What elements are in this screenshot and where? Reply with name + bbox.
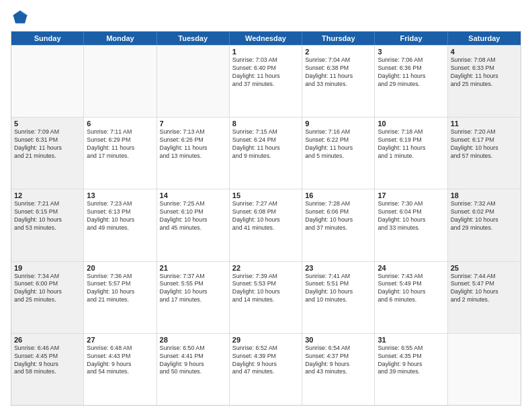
cell-info: Sunrise: 7:16 AM Sunset: 6:22 PM Dayligh… (305, 128, 371, 161)
cell-info: Sunrise: 7:04 AM Sunset: 6:38 PM Dayligh… (305, 56, 371, 89)
calendar-cell: 21Sunrise: 7:37 AM Sunset: 5:55 PM Dayli… (157, 262, 230, 333)
header (11, 8, 521, 27)
day-number: 6 (87, 120, 153, 128)
calendar-row: 19Sunrise: 7:34 AM Sunset: 6:00 PM Dayli… (11, 261, 521, 333)
day-number: 15 (232, 191, 299, 199)
calendar-cell: 8Sunrise: 7:15 AM Sunset: 6:24 PM Daylig… (230, 118, 302, 189)
weekday-header: Friday (375, 32, 447, 45)
day-number: 9 (305, 120, 371, 128)
cell-info: Sunrise: 7:34 AM Sunset: 6:00 PM Dayligh… (14, 273, 81, 305)
calendar-row: 26Sunrise: 6:46 AM Sunset: 4:45 PM Dayli… (11, 333, 521, 405)
cell-info: Sunrise: 6:52 AM Sunset: 4:39 PM Dayligh… (232, 345, 299, 377)
calendar-cell: 7Sunrise: 7:13 AM Sunset: 6:26 PM Daylig… (157, 118, 230, 189)
calendar-cell (84, 46, 157, 117)
cell-info: Sunrise: 6:50 AM Sunset: 4:41 PM Dayligh… (160, 345, 226, 377)
calendar-cell: 22Sunrise: 7:39 AM Sunset: 5:53 PM Dayli… (230, 262, 302, 333)
calendar-row: 12Sunrise: 7:21 AM Sunset: 6:15 PM Dayli… (11, 189, 521, 261)
calendar-cell: 28Sunrise: 6:50 AM Sunset: 4:41 PM Dayli… (157, 334, 230, 405)
cell-info: Sunrise: 7:27 AM Sunset: 6:08 PM Dayligh… (232, 200, 299, 232)
calendar-cell: 9Sunrise: 7:16 AM Sunset: 6:22 PM Daylig… (302, 118, 375, 189)
cell-info: Sunrise: 7:36 AM Sunset: 5:57 PM Dayligh… (87, 273, 153, 305)
day-number: 3 (378, 48, 444, 56)
calendar-cell: 2Sunrise: 7:04 AM Sunset: 6:38 PM Daylig… (302, 46, 375, 117)
day-number: 22 (232, 264, 299, 272)
calendar: SundayMondayTuesdayWednesdayThursdayFrid… (11, 31, 521, 406)
day-number: 14 (160, 191, 226, 199)
cell-info: Sunrise: 7:25 AM Sunset: 6:10 PM Dayligh… (160, 200, 226, 232)
svg-marker-0 (13, 11, 28, 24)
calendar-cell: 20Sunrise: 7:36 AM Sunset: 5:57 PM Dayli… (84, 262, 157, 333)
cell-info: Sunrise: 7:23 AM Sunset: 6:13 PM Dayligh… (87, 200, 153, 232)
day-number: 23 (305, 264, 371, 272)
calendar-cell: 10Sunrise: 7:18 AM Sunset: 6:19 PM Dayli… (375, 118, 447, 189)
cell-info: Sunrise: 7:44 AM Sunset: 5:47 PM Dayligh… (451, 273, 518, 305)
calendar-cell: 23Sunrise: 7:41 AM Sunset: 5:51 PM Dayli… (302, 262, 375, 333)
day-number: 24 (378, 264, 444, 272)
day-number: 25 (451, 264, 518, 272)
weekday-header: Sunday (11, 32, 84, 45)
calendar-header: SundayMondayTuesdayWednesdayThursdayFrid… (11, 32, 521, 45)
cell-info: Sunrise: 7:39 AM Sunset: 5:53 PM Dayligh… (232, 273, 299, 305)
calendar-cell: 27Sunrise: 6:48 AM Sunset: 4:43 PM Dayli… (84, 334, 157, 405)
cell-info: Sunrise: 6:46 AM Sunset: 4:45 PM Dayligh… (14, 345, 81, 377)
calendar-cell: 4Sunrise: 7:08 AM Sunset: 6:33 PM Daylig… (448, 46, 521, 117)
day-number: 19 (14, 264, 81, 272)
cell-info: Sunrise: 6:55 AM Sunset: 4:35 PM Dayligh… (378, 345, 444, 377)
cell-info: Sunrise: 7:20 AM Sunset: 6:17 PM Dayligh… (451, 128, 518, 161)
calendar-cell: 30Sunrise: 6:54 AM Sunset: 4:37 PM Dayli… (302, 334, 375, 405)
cell-info: Sunrise: 7:37 AM Sunset: 5:55 PM Dayligh… (160, 273, 226, 305)
weekday-header: Tuesday (157, 32, 230, 45)
day-number: 21 (160, 264, 226, 272)
cell-info: Sunrise: 6:54 AM Sunset: 4:37 PM Dayligh… (305, 345, 371, 377)
day-number: 4 (451, 48, 518, 56)
calendar-cell: 3Sunrise: 7:06 AM Sunset: 6:36 PM Daylig… (375, 46, 447, 117)
day-number: 11 (451, 120, 518, 128)
calendar-cell: 19Sunrise: 7:34 AM Sunset: 6:00 PM Dayli… (11, 262, 84, 333)
calendar-cell: 16Sunrise: 7:28 AM Sunset: 6:06 PM Dayli… (302, 189, 375, 261)
day-number: 18 (451, 191, 518, 199)
calendar-cell: 11Sunrise: 7:20 AM Sunset: 6:17 PM Dayli… (448, 118, 521, 189)
day-number: 8 (232, 120, 299, 128)
calendar-cell: 1Sunrise: 7:03 AM Sunset: 6:40 PM Daylig… (230, 46, 302, 117)
calendar-cell: 29Sunrise: 6:52 AM Sunset: 4:39 PM Dayli… (230, 334, 302, 405)
day-number: 1 (232, 48, 299, 56)
day-number: 10 (378, 120, 444, 128)
cell-info: Sunrise: 7:03 AM Sunset: 6:40 PM Dayligh… (232, 56, 299, 89)
weekday-header: Monday (84, 32, 157, 45)
day-number: 7 (160, 120, 226, 128)
calendar-row: 1Sunrise: 7:03 AM Sunset: 6:40 PM Daylig… (11, 45, 521, 117)
calendar-cell: 13Sunrise: 7:23 AM Sunset: 6:13 PM Dayli… (84, 189, 157, 261)
weekday-header: Thursday (302, 32, 375, 45)
cell-info: Sunrise: 7:08 AM Sunset: 6:33 PM Dayligh… (451, 56, 518, 89)
calendar-cell: 6Sunrise: 7:11 AM Sunset: 6:29 PM Daylig… (84, 118, 157, 189)
calendar-cell: 14Sunrise: 7:25 AM Sunset: 6:10 PM Dayli… (157, 189, 230, 261)
cell-info: Sunrise: 7:11 AM Sunset: 6:29 PM Dayligh… (87, 128, 153, 161)
calendar-cell: 24Sunrise: 7:43 AM Sunset: 5:49 PM Dayli… (375, 262, 447, 333)
day-number: 2 (305, 48, 371, 56)
day-number: 31 (378, 336, 444, 344)
calendar-cell: 12Sunrise: 7:21 AM Sunset: 6:15 PM Dayli… (11, 189, 84, 261)
day-number: 12 (14, 191, 81, 199)
calendar-cell: 17Sunrise: 7:30 AM Sunset: 6:04 PM Dayli… (375, 189, 447, 261)
calendar-row: 5Sunrise: 7:09 AM Sunset: 6:31 PM Daylig… (11, 117, 521, 189)
calendar-cell (448, 334, 521, 405)
weekday-header: Saturday (448, 32, 521, 45)
cell-info: Sunrise: 7:28 AM Sunset: 6:06 PM Dayligh… (305, 200, 371, 232)
day-number: 26 (14, 336, 81, 344)
cell-info: Sunrise: 7:09 AM Sunset: 6:31 PM Dayligh… (14, 128, 81, 161)
page: SundayMondayTuesdayWednesdayThursdayFrid… (0, 0, 532, 411)
calendar-cell: 31Sunrise: 6:55 AM Sunset: 4:35 PM Dayli… (375, 334, 447, 405)
day-number: 27 (87, 336, 153, 344)
day-number: 29 (232, 336, 299, 344)
cell-info: Sunrise: 7:13 AM Sunset: 6:26 PM Dayligh… (160, 128, 226, 161)
calendar-cell: 5Sunrise: 7:09 AM Sunset: 6:31 PM Daylig… (11, 118, 84, 189)
logo (11, 8, 31, 27)
calendar-cell (157, 46, 230, 117)
calendar-cell: 25Sunrise: 7:44 AM Sunset: 5:47 PM Dayli… (448, 262, 521, 333)
calendar-cell: 15Sunrise: 7:27 AM Sunset: 6:08 PM Dayli… (230, 189, 302, 261)
calendar-body: 1Sunrise: 7:03 AM Sunset: 6:40 PM Daylig… (11, 45, 521, 405)
cell-info: Sunrise: 7:32 AM Sunset: 6:02 PM Dayligh… (451, 200, 518, 232)
cell-info: Sunrise: 7:06 AM Sunset: 6:36 PM Dayligh… (378, 56, 444, 89)
calendar-cell: 26Sunrise: 6:46 AM Sunset: 4:45 PM Dayli… (11, 334, 84, 405)
cell-info: Sunrise: 7:30 AM Sunset: 6:04 PM Dayligh… (378, 200, 444, 232)
